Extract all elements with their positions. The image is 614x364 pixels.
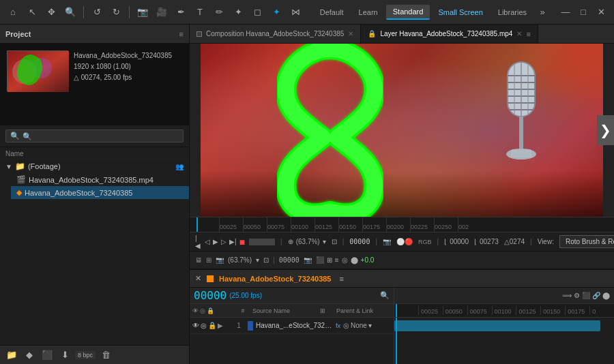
- tl-icon1[interactable]: ⟹: [562, 292, 572, 299]
- layer-tab-menu-icon[interactable]: ≡: [526, 30, 530, 38]
- workspace-learn[interactable]: Learn: [352, 5, 385, 19]
- timeline-track-area[interactable]: [394, 318, 614, 364]
- track-mark-3: 00075: [467, 306, 492, 315]
- type-tool-icon[interactable]: T: [192, 5, 207, 20]
- file-name: Havana_AdobeStock_73240385.mp4: [29, 176, 154, 184]
- project-panel-menu-icon[interactable]: ≡: [179, 30, 184, 38]
- view-dropdown[interactable]: Roto Brush & Refine Edge: [559, 235, 614, 248]
- project-panel: Project ≡: [0, 25, 190, 364]
- minimize-icon[interactable]: —: [558, 5, 573, 20]
- workspace-small-screen[interactable]: Small Screen: [431, 5, 489, 19]
- camera-icon-info: 📷: [383, 238, 391, 245]
- new-folder-icon[interactable]: 📁: [4, 348, 19, 363]
- zoom-dropdown-icon[interactable]: ▾: [323, 238, 326, 245]
- camera-icon[interactable]: 📷: [135, 5, 150, 20]
- layer-solo-icon[interactable]: ◎: [201, 322, 207, 329]
- pen-tool-icon[interactable]: ✒: [173, 5, 188, 20]
- trash-icon[interactable]: 🗑: [98, 348, 113, 363]
- home-icon[interactable]: ⌂: [5, 5, 20, 20]
- track-mark-0: [394, 306, 418, 315]
- bottom-icons-group: ⬛ ⊞ ≡ ◎ ⬤ +0.0: [316, 256, 375, 264]
- brush-tool-icon[interactable]: ✏: [211, 5, 226, 20]
- eye-col-icon: 👁: [192, 307, 199, 314]
- clone-tool-icon[interactable]: ✦: [231, 5, 246, 20]
- frame-info2: ⌊ 00273: [474, 238, 499, 245]
- green-ribbon-svg: [248, 44, 412, 217]
- search-input[interactable]: [23, 132, 179, 140]
- grid2-icon[interactable]: ⊞: [327, 256, 332, 264]
- tl-icon4[interactable]: 🔗: [592, 292, 600, 299]
- maximize-icon[interactable]: □: [576, 5, 591, 20]
- workspace-overflow-icon[interactable]: »: [535, 5, 550, 20]
- tab-layer[interactable]: 🔒 Layer Havana_AdobeStock_73240385.mp4 ✕…: [361, 25, 538, 43]
- video-icon[interactable]: 🎥: [154, 5, 169, 20]
- level-meter: [249, 239, 275, 245]
- motion-blur-icon[interactable]: ◎: [342, 256, 348, 264]
- layers-icon[interactable]: ≡: [335, 256, 339, 264]
- timeline-close-icon[interactable]: ✕: [195, 274, 201, 283]
- layer-expand-icon[interactable]: ▶: [218, 322, 223, 329]
- puppet-tool-icon[interactable]: ⋈: [288, 5, 303, 20]
- color-correct-icon[interactable]: ⬤: [351, 256, 358, 264]
- timeline-body: 00000 (25.00 fps) 🔍 👁 ◎ 🔒 # Source Name: [190, 288, 614, 364]
- comp-tab-close-icon[interactable]: ✕: [348, 30, 353, 37]
- track-playhead: [396, 304, 397, 317]
- layer-parent-dropdown[interactable]: ◎ None ▾: [343, 322, 391, 329]
- timecode-display[interactable]: 00000: [349, 238, 370, 245]
- view-label: View:: [538, 238, 554, 245]
- zoom-tool-icon[interactable]: 🔍: [63, 5, 78, 20]
- delta-info: △0274: [504, 238, 525, 245]
- redo-icon[interactable]: ↻: [108, 5, 123, 20]
- workspace-standard[interactable]: Standard: [386, 5, 430, 20]
- divider1: |: [280, 238, 282, 245]
- roto-tool-icon[interactable]: ✦: [269, 5, 284, 20]
- fit-btn[interactable]: ⊡: [263, 256, 269, 264]
- layer-eye-icon[interactable]: 👁: [192, 322, 199, 329]
- next-frame-icon[interactable]: ▷: [221, 238, 226, 245]
- track-bar[interactable]: [394, 320, 600, 331]
- green-ribbon-overlay: [242, 44, 419, 217]
- layer-lock-icon[interactable]: 🔒: [208, 322, 216, 329]
- import-icon[interactable]: ⬇: [57, 348, 72, 363]
- delta-icon2: +0.0: [361, 256, 375, 264]
- prev-frame-icon[interactable]: ◁: [205, 238, 210, 245]
- beginning-icon[interactable]: |◀: [195, 234, 202, 249]
- search-bar: 🔍: [0, 125, 189, 147]
- undo-icon[interactable]: ↺: [89, 5, 104, 20]
- folder-footage[interactable]: ▼ 📁 (Footage) 👥: [0, 160, 189, 173]
- tl-icon3[interactable]: ⬛: [582, 292, 590, 299]
- comp-item[interactable]: ◆ Havana_AdobeStock_73240385: [11, 186, 189, 199]
- divider2: |: [342, 238, 345, 245]
- timeline-right-toolbar: ⟹ ⚙ ⬛ 🔗 ⬤: [394, 288, 614, 304]
- selection-tool-icon[interactable]: ↖: [25, 5, 40, 20]
- tl-icon5[interactable]: ⬤: [602, 292, 610, 299]
- fit-icon[interactable]: ⊡: [332, 238, 337, 245]
- workspace-default[interactable]: Default: [313, 5, 351, 19]
- new-comp-icon[interactable]: ◆: [22, 348, 37, 363]
- timecode-display[interactable]: 00000: [194, 289, 226, 302]
- hand-tool-icon[interactable]: ✥: [44, 5, 59, 20]
- checkerboard-icon[interactable]: ⬛: [316, 256, 324, 264]
- file-item-mp4[interactable]: 🎬 Havana_AdobeStock_73240385.mp4: [11, 173, 189, 186]
- eraser-tool-icon[interactable]: ◻: [250, 5, 265, 20]
- new-solid-icon[interactable]: ⬛: [40, 348, 55, 363]
- frame-info: ⌊ 00000: [444, 238, 469, 245]
- track-area-playhead: [396, 318, 397, 364]
- close-icon[interactable]: ✕: [594, 5, 609, 20]
- search-input-wrap[interactable]: 🔍: [5, 130, 184, 142]
- tl-icon2[interactable]: ⚙: [574, 292, 580, 299]
- tab-composition[interactable]: Composition Havana_AdobeStock_73240385 ✕: [190, 25, 361, 43]
- dropdown-zoom-icon[interactable]: ▾: [256, 256, 259, 264]
- panel-right-arrow[interactable]: ❯: [597, 115, 614, 145]
- workspace-libraries[interactable]: Libraries: [491, 5, 533, 19]
- layer-tab-lock-icon: 🔒: [368, 30, 376, 37]
- parent-none-icon: ◎: [343, 322, 349, 329]
- search-timeline-icon[interactable]: 🔍: [380, 291, 390, 300]
- ram-preview-icon[interactable]: ■: [239, 237, 245, 247]
- layer-tab-close-icon[interactable]: ✕: [516, 30, 522, 37]
- play-icon[interactable]: ▶: [213, 238, 218, 245]
- ruler-mark-8: 00200: [386, 217, 410, 232]
- timeline-menu-icon[interactable]: ≡: [339, 275, 343, 283]
- end-icon[interactable]: ▶|: [229, 238, 237, 245]
- channel-icons: RGB: [418, 239, 432, 245]
